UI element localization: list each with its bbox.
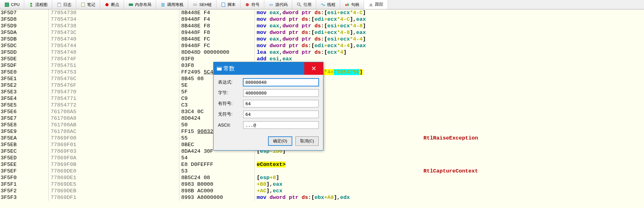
disasm-row[interactable]: 3F5F377869DF18993 A8000000mov dword ptr … xyxy=(0,194,644,201)
comment-col: RtlCaptureContext xyxy=(422,168,644,174)
tab-note[interactable]: 笔记 xyxy=(76,0,100,9)
comment-col xyxy=(422,181,644,188)
bytes-col: 8B5C24 08 xyxy=(179,174,255,181)
disasm-col: lea eax,dword ptr ds:[ecx*4] xyxy=(255,49,422,56)
svg-rect-19 xyxy=(347,3,349,6)
addr-col: 7785473C xyxy=(49,29,179,36)
tab-src[interactable]: <>源代码 xyxy=(264,0,292,9)
bp-icon xyxy=(104,2,109,7)
bytes-input[interactable] xyxy=(243,89,319,97)
comment-col xyxy=(422,89,644,95)
tab-handle[interactable]: 句柄 xyxy=(340,0,364,9)
unsigned-input[interactable] xyxy=(243,111,319,118)
disasm-col: mov eax,dword ptr ds:[esi+ecx*4-8] xyxy=(255,23,422,29)
disasm-row[interactable]: 3F5F077869DE18B5C24 08[esp+8] xyxy=(0,174,644,181)
addr-col: 77854744 xyxy=(49,42,179,49)
tab-bp[interactable]: 断点 xyxy=(100,0,124,9)
svg-point-1 xyxy=(30,3,32,5)
dialog-titlebar[interactable]: 常数 ✕ xyxy=(214,62,323,75)
comment-col xyxy=(422,194,644,201)
bytes-col: 89448F FC xyxy=(179,42,255,49)
offset-col: 3F5EE xyxy=(0,161,49,168)
expr-input[interactable] xyxy=(243,79,319,86)
disasm-row[interactable]: 3F5F177869DE58983 B0000+B0],eax xyxy=(0,181,644,188)
tab-label: 跟踪 xyxy=(375,2,383,7)
disasm-row[interactable]: 3F5D7778547308B448E F4mov eax,dword ptr … xyxy=(0,9,644,16)
offset-col: 3F5DF xyxy=(0,62,49,69)
tab-seh[interactable]: SEH链 xyxy=(188,0,216,9)
offset-col: 3F5E9 xyxy=(0,128,49,135)
disasm-col: mov eax,dword ptr ds:[esi+ecx*4-4] xyxy=(255,36,422,42)
svg-rect-2 xyxy=(30,5,32,7)
sym-icon xyxy=(245,2,250,7)
disasm-col: eContext> xyxy=(255,161,422,168)
disasm-col: mov eax,dword ptr ds:[esi+ecx*4-C] xyxy=(255,9,422,16)
tab-label: 流程图 xyxy=(35,2,48,8)
comment-col xyxy=(422,9,644,16)
offset-col: 3F5D9 xyxy=(0,23,49,29)
disasm-row[interactable]: 3F5DD778547488D048D 00000000lea eax,dwor… xyxy=(0,49,644,56)
comment-col xyxy=(422,128,644,135)
tab-script[interactable]: 脚本 xyxy=(216,0,240,9)
close-icon[interactable]: ✕ xyxy=(304,62,323,75)
cancel-button[interactable]: 取消(C) xyxy=(295,136,319,146)
tab-cpu[interactable]: CPU xyxy=(0,0,24,9)
offset-col: 3F5E3 xyxy=(0,89,49,95)
stack-icon xyxy=(160,2,165,7)
tab-mem[interactable]: 内存布局 xyxy=(124,0,156,9)
tab-label: 句柄 xyxy=(351,2,359,8)
comment-col xyxy=(422,115,644,122)
disasm-row[interactable]: 3F5DE7785474F03F0add esi,eax xyxy=(0,56,644,62)
tab-label: 断点 xyxy=(111,2,119,8)
tab-thread[interactable]: 线程 xyxy=(316,0,340,9)
offset-col: 3F5F2 xyxy=(0,188,49,194)
mem-icon xyxy=(128,2,133,7)
disasm-row[interactable]: 3F5EE77869F0BE8 D0FEFFFeContext> xyxy=(0,161,644,168)
comment-col xyxy=(422,82,644,89)
disasm-row[interactable]: 3F5DC7785474489448F FCmov dword ptr ds:[… xyxy=(0,42,644,49)
offset-col: 3F5E5 xyxy=(0,102,49,108)
signed-label: 有符号: xyxy=(218,101,243,107)
addr-col: 7785476C xyxy=(49,75,179,82)
tab-flow[interactable]: 流程图 xyxy=(24,0,52,9)
svg-rect-5 xyxy=(81,3,85,7)
disasm-col xyxy=(255,155,422,161)
disasm-row[interactable]: 3F5EF77869DE0 53RtlCaptureContext xyxy=(0,168,644,174)
disasm-col: +B0],eax xyxy=(255,181,422,188)
dialog-title: 常数 xyxy=(223,65,235,72)
ok-button[interactable]: 确定(O) xyxy=(268,136,292,146)
disasm-row[interactable]: 3F5DA7785473C89448F F8mov dword ptr ds:[… xyxy=(0,29,644,36)
addr-col: 761708A8 xyxy=(49,115,179,122)
disasm-row[interactable]: 3F5F277869DEB898B AC000+AC],ecx xyxy=(0,188,644,194)
tab-log[interactable]: 日志 xyxy=(52,0,76,9)
dialog-icon xyxy=(217,66,222,71)
offset-col: 3F5F3 xyxy=(0,194,49,201)
note-icon xyxy=(81,2,86,7)
tab-ref[interactable]: 引用 xyxy=(292,0,316,9)
disasm-row[interactable]: 3F5D9778547388B448E F8mov eax,dword ptr … xyxy=(0,23,644,29)
addr-col: 77869DE0 xyxy=(49,168,179,174)
disasm-row[interactable]: 3F5DB778547408B448E FCmov eax,dword ptr … xyxy=(0,36,644,42)
signed-input[interactable] xyxy=(243,100,319,107)
addr-col: 77854772 xyxy=(49,102,179,108)
svg-line-17 xyxy=(300,5,301,7)
ascii-input[interactable] xyxy=(243,121,319,129)
addr-col: 77854770 xyxy=(49,89,179,95)
svg-rect-7 xyxy=(129,4,133,6)
tab-trace[interactable]: 跟踪 xyxy=(364,0,388,9)
svg-point-12 xyxy=(195,4,197,6)
addr-col: 77869F0A xyxy=(49,155,179,161)
svg-text:<>: <> xyxy=(269,3,273,7)
tab-stack[interactable]: 调用堆栈 xyxy=(156,0,188,9)
comment-col xyxy=(422,29,644,36)
addr-col: 77869DF1 xyxy=(49,194,179,201)
tab-label: CPU xyxy=(11,2,20,7)
addr-col: 77869F0B xyxy=(49,161,179,168)
bytes-col: 8D048D 00000000 xyxy=(179,49,255,56)
disasm-col: add esi,eax xyxy=(255,56,422,62)
tab-sym[interactable]: 符号 xyxy=(240,0,264,9)
offset-col: 3F5F0 xyxy=(0,174,49,181)
addr-col: 77869F03 xyxy=(49,148,179,155)
disasm-row[interactable]: 3F5D87785473489448F F4mov dword ptr ds:[… xyxy=(0,16,644,23)
disasm-row[interactable]: 3F5ED77869F0A54 xyxy=(0,155,644,161)
